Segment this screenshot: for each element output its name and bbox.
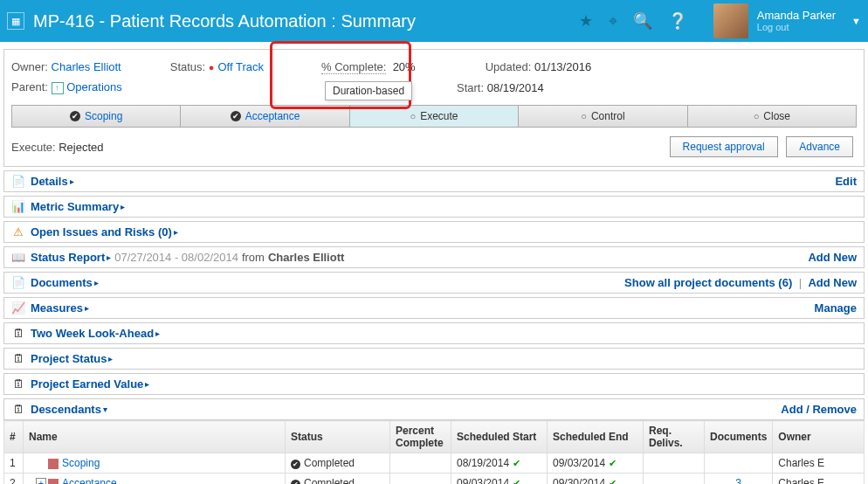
details-icon: 📄 [11,175,25,188]
show-all-docs[interactable]: Show all project documents (6) [624,276,792,289]
calendar-icon: 🗓 [11,327,25,340]
table-row[interactable]: 2 +Acceptance Completed 09/03/2014✔ 09/3… [4,474,865,485]
section-details[interactable]: 📄 Details▸ Edit [3,170,865,192]
page-title: MP-416 - Patient Records Automation : Su… [33,11,579,31]
measures-manage[interactable]: Manage [815,301,857,315]
phase-close[interactable]: Close [688,106,856,127]
user-name: Amanda Parker [757,9,836,23]
app-header: ▦ MP-416 - Patient Records Automation : … [0,0,868,42]
status-value[interactable]: Off Track [209,60,264,73]
section-metric[interactable]: 📊 Metric Summary▸ [3,196,865,218]
chevron-down-icon[interactable]: ▼ [851,16,861,26]
check-icon: ✔ [609,478,617,484]
request-approval-button[interactable]: Request approval [670,136,778,157]
row-status: Completed [286,474,390,485]
check-icon: ✔ [609,458,617,468]
col-send[interactable]: Scheduled End [548,421,644,453]
desc-icon: 🗓 [11,403,25,416]
phase-control[interactable]: Control [519,106,687,127]
section-twoweek[interactable]: 🗓 Two Week Look-Ahead▸ [3,322,865,344]
col-docs[interactable]: Documents [705,421,773,453]
help-icon[interactable]: ❔ [668,11,687,31]
pct-tooltip: Duration-based [325,81,412,100]
section-descendants[interactable]: 🗓 Descendants▾ Add / Remove [3,398,865,420]
pct-label[interactable]: % Complete: [321,60,386,74]
section-issues[interactable]: ⚠ Open Issues and Risks (0)▸ [3,221,865,243]
updated-value: 01/13/2016 [534,60,591,73]
phase-scoping[interactable]: Scoping [12,106,181,127]
chart-icon: 📊 [11,200,25,213]
measure-icon: 📈 [11,301,25,315]
execute-status: Execute: Rejected [11,141,104,154]
row-name[interactable]: +Acceptance [24,474,286,485]
parent-value[interactable]: Operations [66,80,122,93]
warning-icon: ⚠ [11,225,25,239]
section-documents[interactable]: 📄 Documents▸ Show all project documents … [3,272,865,294]
expand-icon[interactable]: + [36,478,46,484]
col-status[interactable]: Status [286,421,390,453]
phase-bar: Scoping Acceptance Execute Control Close [11,105,857,128]
avatar [713,3,748,38]
descendants-table: # Name Status Percent Complete Scheduled… [3,420,865,484]
doc-icon: 📄 [11,276,25,289]
status-report-addnew[interactable]: Add New [808,251,857,264]
phase-acceptance[interactable]: Acceptance [181,106,349,127]
section-measures[interactable]: 📈 Measures▸ Manage [3,297,865,319]
owner-label: Owner: [11,60,48,73]
section-status-report[interactable]: 📖 Status Report▸ 07/27/2014 - 08/02/2014… [3,246,865,268]
parent-label: Parent: [11,80,48,93]
col-sstart[interactable]: Scheduled Start [451,421,548,453]
col-owner[interactable]: Owner [773,421,865,453]
item-icon [48,459,59,469]
start-label: Start: [457,81,484,94]
pin-icon[interactable]: ⌖ [609,12,617,31]
table-row[interactable]: 1 Scoping Completed 08/19/2014✔ 09/03/20… [4,453,865,474]
advance-button[interactable]: Advance [786,136,853,157]
status-label: Status: [170,60,205,73]
start-value: 08/19/2014 [487,81,544,94]
row-status: Completed [286,453,390,474]
report-icon: 📖 [11,251,25,264]
col-req[interactable]: Req. Delivs. [644,421,705,453]
phase-execute[interactable]: Execute [350,106,519,127]
owner-value[interactable]: Charles Elliott [52,60,121,73]
summary-box: Owner: Charles Elliott Status: Off Track… [3,49,865,167]
row-name[interactable]: Scoping [24,453,286,474]
star-icon[interactable]: ★ [579,11,593,31]
edit-link[interactable]: Edit [835,175,857,188]
check-icon: ✔ [513,478,520,484]
status-icon: 🗓 [11,352,25,365]
user-block[interactable]: Amanda Parker Log out ▼ [713,3,861,38]
pct-value: 20% [393,60,416,73]
col-name[interactable]: Name [24,421,286,453]
logout-link[interactable]: Log out [757,22,836,33]
status-report-author[interactable]: Charles Elliott [268,251,344,264]
earned-icon: 🗓 [11,377,25,391]
app-icon: ▦ [7,12,24,30]
header-actions: ★ ⌖ 🔍 ❔ Amanda Parker Log out ▼ [579,3,861,38]
check-icon: ✔ [513,458,520,468]
updated-label: Updated: [486,60,532,73]
col-num[interactable]: # [4,421,24,453]
section-project-status[interactable]: 🗓 Project Status▸ [3,348,865,370]
col-pct[interactable]: Percent Complete [390,421,451,453]
docs-addnew[interactable]: Add New [808,276,857,289]
parent-icon: ↑ [52,82,64,94]
desc-addremove[interactable]: Add / Remove [781,403,857,416]
search-icon[interactable]: 🔍 [633,11,652,31]
item-icon [48,479,59,484]
section-earned[interactable]: 🗓 Project Earned Value▸ [3,373,865,395]
